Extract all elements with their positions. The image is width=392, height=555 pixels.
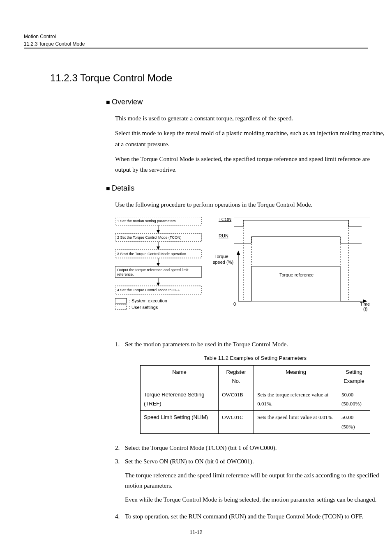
- header-section: 11.2.3 Torque Control Mode: [24, 41, 368, 47]
- svg-marker-11: [157, 283, 160, 286]
- step-2-text: Select the Torque Control Mode (TCON) (b…: [125, 443, 385, 454]
- step-3-p2: Even while the Torque Control Mode is be…: [125, 495, 385, 505]
- th-example: Setting Example: [338, 366, 370, 388]
- table-row: Torque Reference Setting (TREF) OWC01B S…: [141, 388, 370, 411]
- zero-label: 0: [233, 302, 236, 306]
- procedure-diagram: 1 Set the motion setting parameters. 2 S…: [115, 217, 385, 334]
- overview-heading: Overview: [106, 98, 385, 106]
- r2-reg: OWC01C: [219, 411, 254, 433]
- th-reg: Register No.: [219, 366, 254, 388]
- step-3-text: Set the Servo ON (RUN) to ON (bit 0 of O…: [125, 458, 254, 465]
- table-row: Speed Limit Setting (NLIM) OWC01C Sets t…: [141, 411, 370, 433]
- step-4-text: To stop operation, set the RUN command (…: [125, 511, 385, 522]
- svg-rect-13: [115, 298, 127, 303]
- step-2: 2. Select the Torque Control Mode (TCON)…: [115, 443, 385, 454]
- step-1-text: Set the motion parameters to be used in …: [125, 341, 288, 348]
- r1-ex: 50.00(50.00%): [338, 388, 370, 411]
- legend-user: : User settings: [129, 305, 158, 310]
- torque-label1: Torque: [214, 254, 228, 259]
- r2-ex: 50.00(50%): [338, 411, 370, 433]
- overview-p3: When the Torque Control Mode is selected…: [115, 154, 385, 175]
- step-1: 1. Set the motion parameters to be used …: [115, 339, 385, 440]
- r1-name: Torque Reference Setting (TREF): [141, 388, 219, 411]
- th-meaning: Meaning: [254, 366, 338, 388]
- svg-marker-8: [157, 263, 160, 266]
- r2-name: Speed Limit Setting (NLIM): [141, 411, 219, 433]
- diagram-step-output-l1: Output the torque reference and speed li…: [117, 268, 189, 272]
- header-rule: [24, 48, 368, 48]
- torque-ref-annot: Torque reference: [279, 272, 314, 277]
- step-3: 3. Set the Servo ON (RUN) to ON (bit 0 o…: [115, 456, 385, 508]
- details-heading: Details: [106, 184, 385, 193]
- r1-meaning: Sets the torque reference value at 0.01%…: [254, 388, 338, 411]
- r2-meaning: Sets the speed limit value at 0.01%.: [254, 411, 338, 433]
- svg-rect-14: [115, 305, 127, 310]
- step-3-p1: The torque reference and the speed limit…: [125, 470, 385, 491]
- svg-marker-17: [237, 251, 240, 255]
- legend-system: : System execution: [129, 298, 167, 303]
- svg-marker-2: [157, 230, 160, 233]
- diagram-step1: 1 Set the motion setting parameters.: [117, 219, 177, 223]
- diagram-step2: 2 Set the Torque Control Mode (TCON): [117, 235, 181, 240]
- svg-marker-5: [157, 246, 160, 250]
- tcon-label: TCON: [219, 217, 231, 222]
- details-intro: Use the following procedure to perform o…: [115, 199, 385, 210]
- th-name: Name: [141, 366, 219, 388]
- r1-reg: OWC01B: [219, 388, 254, 411]
- table-caption: Table 11.2 Examples of Setting Parameter…: [125, 354, 385, 363]
- params-table: Name Register No. Meaning Setting Exampl…: [140, 365, 370, 434]
- content: Overview This mode is used to generate a…: [106, 98, 385, 522]
- section-title: 11.2.3 Torque Control Mode: [50, 72, 368, 84]
- page-number: 11-12: [0, 530, 392, 535]
- step-4: 4. To stop operation, set the RUN comman…: [115, 511, 385, 522]
- time-label1: Time: [360, 302, 370, 306]
- header-chapter: Motion Control: [24, 34, 368, 39]
- ordered-list: 1. Set the motion parameters to be used …: [115, 339, 385, 522]
- run-label: RUN: [219, 233, 228, 238]
- overview-p2: Select this mode to keep the metal mold …: [115, 128, 385, 150]
- diagram-step3: 3 Start the Torque Control Mode operatio…: [117, 252, 187, 256]
- overview-p1: This mode is used to generate a constant…: [115, 113, 385, 124]
- diagram-step4: 4 Set the Torque Control Mode to OFF.: [117, 288, 180, 292]
- torque-label2: speed (%): [213, 260, 233, 265]
- diagram-step-output-l2: reference.: [117, 272, 134, 276]
- time-label2: (t): [363, 306, 367, 311]
